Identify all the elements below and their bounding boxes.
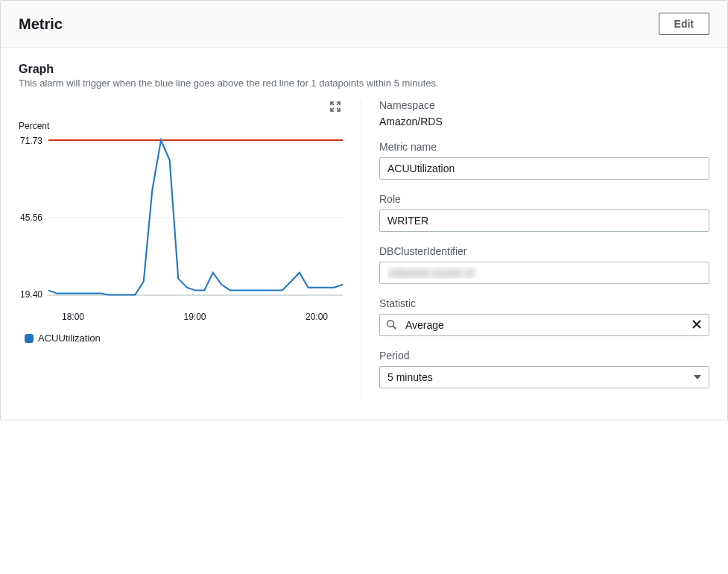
x-tick: 20:00 bbox=[306, 312, 328, 322]
panel-header: Metric Edit bbox=[1, 1, 727, 48]
graph-section-title: Graph bbox=[19, 63, 709, 76]
statistic-label: Statistic bbox=[379, 297, 709, 309]
chevron-down-icon bbox=[694, 371, 701, 383]
chart-svg bbox=[48, 136, 343, 300]
namespace-group: Namespace Amazon/RDS bbox=[379, 99, 709, 127]
cluster-input[interactable] bbox=[379, 262, 709, 284]
graph-description: This alarm will trigger when the blue li… bbox=[19, 78, 709, 89]
panel-title: Metric bbox=[19, 16, 63, 33]
expand-chart-button[interactable] bbox=[328, 99, 343, 116]
metric-name-label: Metric name bbox=[379, 141, 709, 153]
period-select[interactable]: 5 minutes bbox=[379, 366, 709, 388]
period-label: Period bbox=[379, 350, 709, 362]
edit-button[interactable]: Edit bbox=[659, 13, 709, 35]
x-tick: 19:00 bbox=[183, 312, 206, 322]
chart-column: Percent 71.73 45.56 19.40 bbox=[19, 99, 361, 402]
close-icon bbox=[692, 320, 701, 329]
period-value: 5 minutes bbox=[387, 371, 694, 383]
panel-body: Graph This alarm will trigger when the b… bbox=[1, 48, 727, 420]
svg-point-4 bbox=[387, 320, 394, 327]
x-axis-ticks: 18:00 19:00 20:00 bbox=[54, 312, 343, 322]
role-group: Role bbox=[379, 193, 709, 232]
x-tick: 18:00 bbox=[62, 312, 84, 322]
chart-plot bbox=[48, 136, 343, 300]
legend-label: ACUUtilization bbox=[38, 332, 101, 344]
role-label: Role bbox=[379, 193, 709, 205]
namespace-value: Amazon/RDS bbox=[379, 116, 709, 127]
statistic-input[interactable] bbox=[402, 315, 685, 335]
content-row: Percent 71.73 45.56 19.40 bbox=[19, 99, 709, 402]
y-axis-label: Percent bbox=[19, 121, 343, 131]
metric-name-group: Metric name bbox=[379, 141, 709, 180]
role-input[interactable] bbox=[379, 209, 709, 232]
clear-statistic-button[interactable] bbox=[685, 318, 709, 332]
period-group: Period 5 minutes bbox=[379, 350, 709, 388]
expand-icon bbox=[329, 101, 341, 113]
chart-toolbar bbox=[19, 99, 343, 116]
svg-line-5 bbox=[393, 326, 396, 329]
chart-legend: ACUUtilization bbox=[25, 332, 343, 344]
form-column: Namespace Amazon/RDS Metric name Role DB… bbox=[361, 99, 709, 402]
metric-panel: Metric Edit Graph This alarm will trigge… bbox=[0, 0, 728, 420]
cluster-label: DBClusterIdentifier bbox=[379, 245, 709, 257]
y-tick: 45.56 bbox=[19, 212, 42, 223]
search-icon bbox=[380, 319, 402, 332]
y-axis-ticks: 71.73 45.56 19.40 bbox=[19, 136, 48, 300]
namespace-label: Namespace bbox=[379, 99, 709, 111]
statistic-group: Statistic bbox=[379, 297, 709, 336]
statistic-combobox[interactable] bbox=[379, 314, 709, 336]
y-tick: 19.40 bbox=[19, 289, 42, 300]
cluster-group: DBClusterIdentifier bbox=[379, 245, 709, 284]
y-tick: 71.73 bbox=[19, 136, 42, 146]
chart-area: 71.73 45.56 19.40 bbox=[19, 136, 343, 307]
metric-name-input[interactable] bbox=[379, 157, 709, 180]
legend-swatch bbox=[25, 334, 34, 343]
